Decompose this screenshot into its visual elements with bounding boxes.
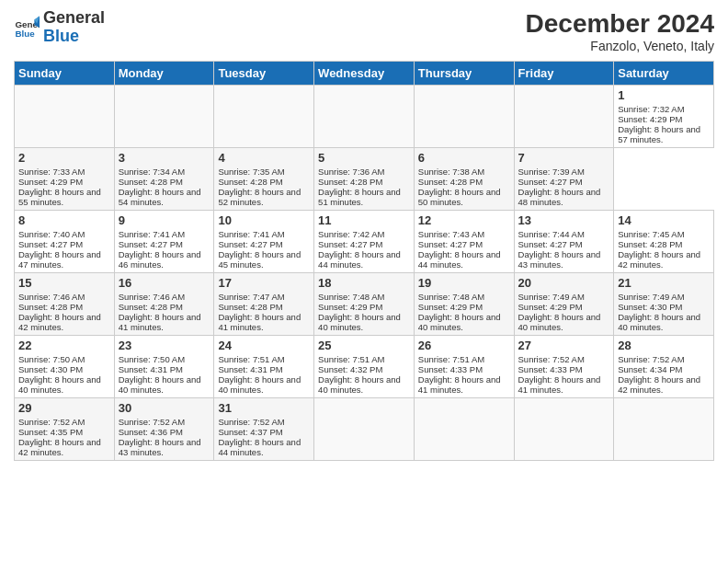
sunrise-text: Sunrise: 7:39 AM — [518, 167, 610, 177]
day-number: 3 — [119, 151, 210, 165]
calendar-cell — [614, 398, 714, 461]
sunset-text: Sunset: 4:28 PM — [119, 302, 210, 312]
sunrise-text: Sunrise: 7:50 AM — [18, 354, 110, 364]
calendar-cell: 20Sunrise: 7:49 AMSunset: 4:29 PMDayligh… — [514, 273, 614, 336]
sunset-text: Sunset: 4:28 PM — [119, 177, 210, 187]
calendar-cell — [514, 398, 614, 461]
sunset-text: Sunset: 4:28 PM — [218, 177, 310, 187]
day-number: 16 — [119, 276, 210, 290]
day-header-friday: Friday — [514, 62, 614, 86]
sunrise-text: Sunrise: 7:51 AM — [418, 354, 510, 364]
daylight-text: Daylight: 8 hours and 40 minutes. — [518, 312, 610, 332]
daylight-text: Daylight: 8 hours and 43 minutes. — [119, 437, 210, 457]
day-number: 10 — [218, 213, 310, 227]
calendar-cell: 7Sunrise: 7:39 AMSunset: 4:27 PMDaylight… — [514, 148, 614, 211]
sunset-text: Sunset: 4:33 PM — [418, 364, 510, 374]
daylight-text: Daylight: 8 hours and 47 minutes. — [18, 249, 110, 270]
sunrise-text: Sunrise: 7:43 AM — [418, 229, 510, 239]
calendar-cell: 24Sunrise: 7:51 AMSunset: 4:31 PMDayligh… — [214, 336, 314, 398]
daylight-text: Daylight: 8 hours and 40 minutes. — [418, 312, 510, 332]
location-title: Fanzolo, Veneto, Italy — [526, 39, 714, 53]
day-number: 20 — [518, 276, 610, 290]
calendar-cell: 11Sunrise: 7:42 AMSunset: 4:27 PMDayligh… — [314, 211, 415, 273]
calendar-cell: 26Sunrise: 7:51 AMSunset: 4:33 PMDayligh… — [414, 336, 514, 398]
sunrise-text: Sunrise: 7:52 AM — [218, 417, 310, 427]
calendar-cell: 17Sunrise: 7:47 AMSunset: 4:28 PMDayligh… — [214, 273, 314, 336]
day-number: 31 — [218, 401, 310, 415]
daylight-text: Daylight: 8 hours and 45 minutes. — [218, 249, 310, 270]
calendar-cell — [114, 86, 214, 148]
day-number: 28 — [618, 339, 710, 352]
day-header-monday: Monday — [114, 62, 214, 86]
sunrise-text: Sunrise: 7:35 AM — [218, 167, 310, 177]
sunrise-text: Sunrise: 7:52 AM — [18, 417, 110, 427]
sunset-text: Sunset: 4:29 PM — [618, 114, 710, 124]
sunset-text: Sunset: 4:31 PM — [119, 364, 210, 374]
day-header-saturday: Saturday — [614, 62, 714, 86]
daylight-text: Daylight: 8 hours and 40 minutes. — [318, 374, 410, 395]
daylight-text: Daylight: 8 hours and 43 minutes. — [518, 249, 610, 270]
sunrise-text: Sunrise: 7:49 AM — [618, 292, 710, 302]
sunrise-text: Sunrise: 7:50 AM — [119, 354, 210, 364]
day-number: 7 — [518, 151, 610, 165]
sunrise-text: Sunrise: 7:38 AM — [418, 167, 510, 177]
sunrise-text: Sunrise: 7:46 AM — [119, 292, 210, 302]
sunrise-text: Sunrise: 7:44 AM — [518, 229, 610, 239]
day-number: 8 — [18, 213, 110, 227]
calendar-cell: 21Sunrise: 7:49 AMSunset: 4:30 PMDayligh… — [614, 273, 714, 336]
sunrise-text: Sunrise: 7:46 AM — [18, 292, 110, 302]
calendar-cell: 29Sunrise: 7:52 AMSunset: 4:35 PMDayligh… — [15, 398, 115, 461]
sunset-text: Sunset: 4:28 PM — [218, 302, 310, 312]
calendar-cell: 18Sunrise: 7:48 AMSunset: 4:29 PMDayligh… — [314, 273, 415, 336]
daylight-text: Daylight: 8 hours and 44 minutes. — [418, 249, 510, 270]
day-number: 22 — [18, 339, 110, 352]
sunrise-text: Sunrise: 7:52 AM — [618, 354, 710, 364]
calendar-week-2: 2Sunrise: 7:33 AMSunset: 4:29 PMDaylight… — [15, 148, 714, 211]
day-number: 17 — [218, 276, 310, 290]
calendar-cell: 8Sunrise: 7:40 AMSunset: 4:27 PMDaylight… — [15, 211, 115, 273]
daylight-text: Daylight: 8 hours and 40 minutes. — [318, 312, 410, 332]
daylight-text: Daylight: 8 hours and 40 minutes. — [618, 312, 710, 332]
day-number: 5 — [318, 151, 410, 165]
sunset-text: Sunset: 4:27 PM — [518, 177, 610, 187]
daylight-text: Daylight: 8 hours and 40 minutes. — [218, 374, 310, 395]
calendar-week-1: 1Sunrise: 7:32 AMSunset: 4:29 PMDaylight… — [15, 86, 714, 148]
daylight-text: Daylight: 8 hours and 54 minutes. — [119, 187, 210, 207]
title-block: December 2024 Fanzolo, Veneto, Italy — [526, 9, 714, 53]
sunset-text: Sunset: 4:31 PM — [218, 364, 310, 374]
calendar-cell: 15Sunrise: 7:46 AMSunset: 4:28 PMDayligh… — [15, 273, 115, 336]
daylight-text: Daylight: 8 hours and 41 minutes. — [418, 374, 510, 395]
sunset-text: Sunset: 4:27 PM — [418, 239, 510, 249]
daylight-text: Daylight: 8 hours and 41 minutes. — [119, 312, 210, 332]
daylight-text: Daylight: 8 hours and 52 minutes. — [218, 187, 310, 207]
daylight-text: Daylight: 8 hours and 55 minutes. — [18, 187, 110, 207]
sunset-text: Sunset: 4:27 PM — [218, 239, 310, 249]
day-number: 1 — [618, 88, 710, 102]
sunset-text: Sunset: 4:29 PM — [318, 302, 410, 312]
daylight-text: Daylight: 8 hours and 50 minutes. — [418, 187, 510, 207]
sunset-text: Sunset: 4:28 PM — [418, 177, 510, 187]
sunset-text: Sunset: 4:30 PM — [618, 302, 710, 312]
sunset-text: Sunset: 4:33 PM — [518, 364, 610, 374]
calendar-table: SundayMondayTuesdayWednesdayThursdayFrid… — [14, 61, 714, 461]
daylight-text: Daylight: 8 hours and 41 minutes. — [218, 312, 310, 332]
sunset-text: Sunset: 4:27 PM — [318, 239, 410, 249]
calendar-cell: 16Sunrise: 7:46 AMSunset: 4:28 PMDayligh… — [114, 273, 214, 336]
sunset-text: Sunset: 4:28 PM — [18, 302, 110, 312]
calendar-cell — [414, 86, 514, 148]
calendar-cell: 28Sunrise: 7:52 AMSunset: 4:34 PMDayligh… — [614, 336, 714, 398]
calendar-cell: 3Sunrise: 7:34 AMSunset: 4:28 PMDaylight… — [114, 148, 214, 211]
sunrise-text: Sunrise: 7:41 AM — [119, 229, 210, 239]
calendar-cell — [314, 86, 415, 148]
sunset-text: Sunset: 4:28 PM — [618, 239, 710, 249]
calendar-cell: 5Sunrise: 7:36 AMSunset: 4:28 PMDaylight… — [314, 148, 415, 211]
day-number: 26 — [418, 339, 510, 352]
day-number: 23 — [119, 339, 210, 352]
calendar-cell: 30Sunrise: 7:52 AMSunset: 4:36 PMDayligh… — [114, 398, 214, 461]
daylight-text: Daylight: 8 hours and 44 minutes. — [218, 437, 310, 457]
calendar-week-5: 22Sunrise: 7:50 AMSunset: 4:30 PMDayligh… — [15, 336, 714, 398]
calendar-cell — [414, 398, 514, 461]
sunset-text: Sunset: 4:34 PM — [618, 364, 710, 374]
sunrise-text: Sunrise: 7:32 AM — [618, 104, 710, 114]
calendar-cell — [214, 86, 314, 148]
